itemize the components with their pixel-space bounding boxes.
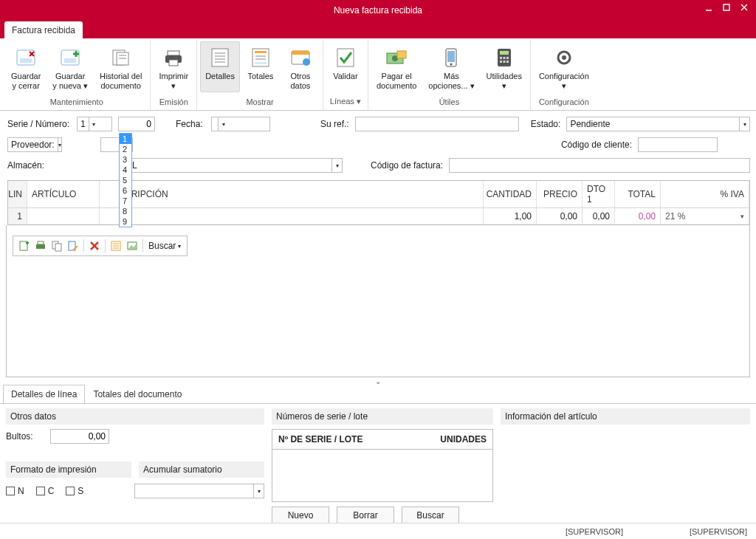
serie-option[interactable]: 6	[120, 185, 131, 196]
numero-input[interactable]	[118, 117, 155, 131]
edit-line-icon[interactable]	[65, 238, 81, 254]
other-data-button[interactable]: Otros datos	[281, 41, 320, 92]
image-line-icon[interactable]	[124, 238, 140, 254]
note-line-icon[interactable]	[108, 238, 124, 254]
svg-rect-9	[64, 58, 76, 63]
printer-icon	[161, 45, 186, 70]
cell-lin: 1	[8, 208, 27, 224]
cell-iva[interactable]: 21 %▾	[661, 208, 749, 224]
serie-option[interactable]: 7	[120, 196, 131, 206]
serie-option[interactable]: 8	[120, 206, 131, 216]
svg-point-48	[562, 55, 566, 60]
gear-icon	[551, 45, 577, 70]
bultos-label: Bultos:	[6, 431, 50, 442]
acumular-combo[interactable]: ▾	[134, 484, 264, 498]
cell-articulo[interactable]	[27, 208, 100, 224]
save-new-icon	[58, 45, 83, 70]
close-button[interactable]	[735, 0, 753, 15]
cell-descripcion[interactable]	[100, 208, 484, 224]
totals-button[interactable]: Totales	[241, 41, 280, 92]
chevron-down-icon[interactable]: ▾	[331, 159, 342, 172]
fecha-label: Fecha:	[176, 119, 205, 129]
cell-precio[interactable]: 0,00	[537, 208, 583, 224]
codigo-cliente-label: Código de cliente:	[561, 140, 632, 150]
section-acumular-sumatorio: Acumular sumatorio	[139, 461, 264, 478]
svg-rect-28	[255, 62, 267, 64]
suref-input[interactable]	[355, 117, 519, 131]
ribbon-tab-factura-recibida[interactable]: Factura recibida	[4, 21, 83, 38]
utilities-button[interactable]: Utilidades ▾	[481, 41, 527, 92]
delete-line-icon[interactable]	[86, 238, 103, 254]
serie-option[interactable]: 4	[120, 165, 131, 175]
splitter-handle[interactable]: ⌄	[0, 377, 756, 385]
document-history-button[interactable]: Historial del documento	[94, 41, 147, 92]
cell-cantidad[interactable]: 1,00	[484, 208, 537, 224]
svg-rect-1	[724, 4, 729, 10]
serial-borrar-button[interactable]: Borrar	[337, 507, 394, 524]
serie-dropdown-list[interactable]: 123456789	[119, 133, 132, 227]
history-icon	[109, 45, 134, 70]
serie-combo[interactable]: 1▾	[77, 117, 112, 131]
details-button[interactable]: Detalles	[200, 41, 240, 92]
serie-option[interactable]: 2	[120, 144, 131, 154]
save-and-new-button[interactable]: Guardar y nueva ▾	[47, 41, 93, 92]
check-s[interactable]: S	[66, 486, 83, 496]
validate-icon	[333, 45, 358, 70]
svg-rect-46	[506, 61, 509, 63]
col-articulo: ARTÍCULO	[27, 181, 100, 207]
codigo-factura-label: Código de factura:	[371, 160, 443, 171]
configuration-button[interactable]: Configuración ▾	[534, 41, 594, 92]
svg-rect-18	[169, 60, 178, 66]
minimize-button[interactable]	[700, 0, 718, 15]
chevron-down-icon[interactable]: ▾	[218, 117, 228, 131]
toolbar-search-button[interactable]: Buscar▾	[145, 239, 184, 253]
validate-button[interactable]: Validar	[326, 41, 365, 83]
print-button[interactable]: Imprimir ▾	[154, 41, 193, 92]
copy-line-icon[interactable]	[49, 238, 65, 254]
serial-buscar-button[interactable]: Buscar	[402, 507, 459, 524]
other-data-icon	[288, 45, 313, 70]
serial-body	[272, 450, 492, 501]
maximize-button[interactable]	[718, 0, 735, 15]
calculator-icon	[492, 45, 517, 70]
save-and-close-button[interactable]: Guardar y cerrar	[6, 41, 46, 92]
more-options-button[interactable]: Más opciones... ▾	[423, 41, 479, 92]
cell-dto1[interactable]: 0,00	[583, 208, 615, 224]
pay-document-button[interactable]: Pagar el documento	[371, 41, 422, 92]
window-title: Nueva factura recibida	[0, 5, 756, 16]
chevron-down-icon[interactable]: ▾	[739, 117, 749, 131]
print-line-icon[interactable]	[32, 238, 49, 254]
codigo-factura-input[interactable]	[449, 158, 750, 173]
chevron-down-icon[interactable]: ▾	[58, 138, 61, 151]
serie-option[interactable]: 3	[120, 154, 131, 165]
fecha-combo[interactable]: ▾	[211, 117, 270, 131]
bultos-input[interactable]	[50, 429, 109, 444]
check-n[interactable]: N	[6, 486, 24, 496]
serial-table: Nº DE SERIE / LOTE UNIDADES	[272, 429, 493, 502]
svg-rect-41	[500, 57, 502, 59]
serial-nuevo-button[interactable]: Nuevo	[272, 507, 329, 524]
serie-option[interactable]: 5	[120, 175, 131, 185]
svg-rect-35	[397, 51, 406, 58]
cell-total: 0,00	[615, 208, 661, 224]
tab-detalles-linea[interactable]: Detalles de línea	[3, 385, 85, 403]
almacen-combo[interactable]: L▾	[128, 158, 343, 173]
estado-combo[interactable]: Pendiente▾	[566, 117, 750, 131]
svg-rect-43	[506, 57, 509, 59]
chevron-down-icon[interactable]: ▾	[89, 117, 99, 131]
group-label-mostrar: Mostrar	[246, 96, 273, 109]
new-line-icon[interactable]	[16, 238, 32, 254]
codigo-cliente-input[interactable]	[638, 137, 718, 152]
check-c[interactable]: C	[36, 486, 55, 496]
col-iva: % IVA	[661, 181, 749, 207]
suref-label: Su ref.:	[320, 119, 349, 129]
tab-totales-documento[interactable]: Totales del documento	[85, 385, 190, 403]
serie-option[interactable]: 1	[120, 134, 131, 144]
svg-rect-52	[36, 244, 45, 249]
chevron-down-icon[interactable]: ▾	[253, 484, 264, 498]
ribbon: Guardar y cerrar Guardar y nueva ▾ Histo…	[0, 38, 756, 111]
proveedor-combo[interactable]: Proveedor:▾	[7, 137, 62, 152]
col-lin: LIN	[8, 181, 27, 207]
title-bar: Nueva factura recibida	[0, 0, 756, 21]
serie-option[interactable]: 9	[120, 216, 131, 227]
